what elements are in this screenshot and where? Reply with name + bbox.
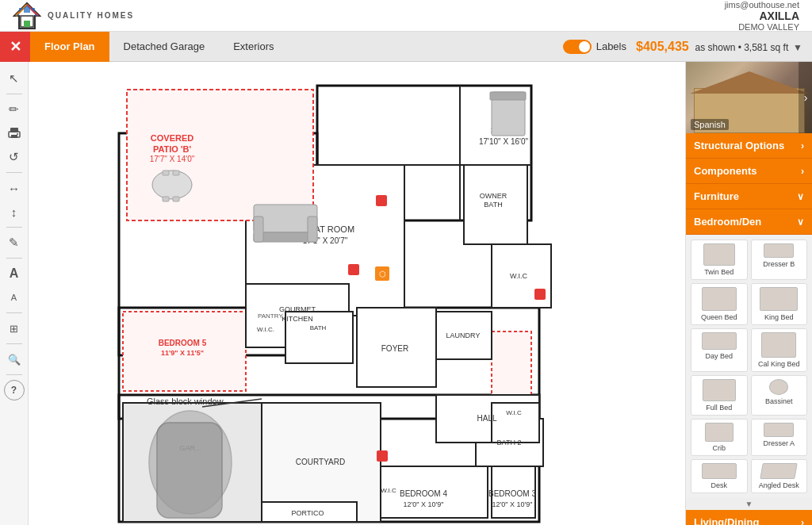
svg-text:COVERED: COVERED xyxy=(151,133,193,143)
svg-text:W.I.C.: W.I.C. xyxy=(257,326,274,333)
labels-label: Labels xyxy=(596,40,626,52)
svg-text:BATH 2: BATH 2 xyxy=(497,439,522,446)
header: QUALITY HOMES jims@outhouse.net AXILLA D… xyxy=(0,0,812,32)
grid-icon[interactable]: ⊞ xyxy=(4,318,25,339)
svg-text:17'10" X 16'0": 17'10" X 16'0" xyxy=(479,137,529,146)
close-button[interactable]: ✕ xyxy=(0,32,30,62)
labels-toggle[interactable] xyxy=(563,40,592,54)
pointer-icon[interactable]: ↖ xyxy=(4,68,25,89)
furniture-full-bed[interactable]: Full Bed xyxy=(691,375,748,416)
crib-shape xyxy=(705,423,733,442)
svg-marker-5 xyxy=(16,5,38,16)
queen-bed-shape xyxy=(702,287,737,311)
furniture-dresser-b[interactable]: Dresser B xyxy=(751,240,808,280)
svg-text:⬡: ⬡ xyxy=(379,270,386,278)
header-right: jims@outhouse.net AXILLA DEMO VALLEY xyxy=(725,0,799,32)
edit-icon[interactable]: ✎ xyxy=(4,232,25,253)
svg-text:17'7" X 14'0": 17'7" X 14'0" xyxy=(150,155,195,163)
price-detail: as shown • 3,581 sq ft xyxy=(695,42,789,53)
twin-bed-shape xyxy=(703,243,735,266)
right-sidebar: Spanish › Structural Options › Component… xyxy=(685,62,812,525)
svg-rect-82 xyxy=(377,450,388,462)
separator xyxy=(6,312,22,313)
separator xyxy=(6,172,22,173)
angled-desk-shape xyxy=(760,463,798,479)
svg-rect-8 xyxy=(11,135,17,138)
furniture-desk[interactable]: Desk xyxy=(691,459,748,493)
svg-text:KITCHEN: KITCHEN xyxy=(282,315,313,323)
full-bed-shape xyxy=(703,379,736,401)
svg-rect-16 xyxy=(492,331,531,395)
pencil-icon[interactable]: ✏ xyxy=(4,99,25,120)
svg-rect-65 xyxy=(490,92,526,100)
preview-chevron-icon[interactable]: › xyxy=(799,62,812,133)
svg-text:W.I.C: W.I.C xyxy=(510,272,527,280)
furniture-twin-bed[interactable]: Twin Bed xyxy=(691,240,748,280)
furniture-grid: Twin Bed Dresser B Queen Bed King Bed Da… xyxy=(686,235,812,498)
svg-text:BEDROOM 4: BEDROOM 4 xyxy=(400,489,447,498)
resize-vertical-icon[interactable]: ↕ xyxy=(4,201,25,222)
svg-text:BATH: BATH xyxy=(484,201,502,209)
furniture-dresser-a[interactable]: Dresser A xyxy=(751,419,808,456)
furniture-chevron-icon: ∨ xyxy=(797,191,804,202)
svg-text:PANTRY: PANTRY xyxy=(258,312,283,320)
price-area[interactable]: $405,435 as shown • 3,581 sq ft ▼ xyxy=(636,40,802,54)
svg-text:HALL: HALL xyxy=(477,414,496,423)
svg-text:OWNER: OWNER xyxy=(480,192,508,200)
svg-text:Glass block window: Glass block window xyxy=(147,397,224,406)
furniture-cal-king-bed[interactable]: Cal King Bed xyxy=(751,328,808,372)
furniture-section[interactable]: Furniture ∨ xyxy=(686,184,812,209)
day-bed-shape xyxy=(702,332,737,350)
scroll-down-indicator[interactable]: ▼ xyxy=(686,498,812,510)
living-dining-section[interactable]: Living/Dining › xyxy=(686,510,812,525)
separator xyxy=(6,94,22,94)
tab-detached-garage[interactable]: Detached Garage xyxy=(109,32,220,62)
text-small-icon[interactable]: A xyxy=(4,287,25,308)
tab-floor-plan[interactable]: Floor Plan xyxy=(30,32,109,62)
floor-plan-area[interactable]: COVERED PATIO 'B' 17'7" X 14'0" SUITE 17… xyxy=(29,62,685,525)
main-area: ↖ ✏ ↺ ↔ ↕ ✎ A A ⊞ 🔍 ? xyxy=(0,62,812,525)
svg-point-9 xyxy=(17,133,18,135)
svg-text:12'0" X 10'9": 12'0" X 10'9" xyxy=(404,500,444,508)
separator xyxy=(6,258,22,259)
house-preview: Spanish › xyxy=(686,62,812,133)
svg-rect-80 xyxy=(348,264,359,275)
structural-options-section[interactable]: Structural Options › xyxy=(686,133,812,159)
furniture-bassinet[interactable]: Bassinet xyxy=(751,375,808,416)
svg-text:LAUNDRY: LAUNDRY xyxy=(446,331,481,339)
resize-horizontal-icon[interactable]: ↔ xyxy=(4,178,25,198)
bassinet-shape xyxy=(769,379,788,395)
furniture-angled-desk[interactable]: Angled Desk xyxy=(751,459,808,493)
furniture-day-bed[interactable]: Day Bed xyxy=(691,328,748,372)
print-icon[interactable] xyxy=(4,123,25,144)
bedroom-den-section[interactable]: Bedroom/Den ∨ xyxy=(686,209,812,235)
user-email: jims@outhouse.net xyxy=(725,0,799,10)
svg-rect-4 xyxy=(24,21,30,27)
svg-text:11'9" X 11'5": 11'9" X 11'5" xyxy=(161,349,204,357)
logo-text: QUALITY HOMES xyxy=(48,11,134,20)
left-sidebar: ↖ ✏ ↺ ↔ ↕ ✎ A A ⊞ 🔍 ? xyxy=(0,62,29,525)
svg-rect-69 xyxy=(308,217,317,242)
labels-toggle-wrap: Labels xyxy=(563,40,626,54)
svg-rect-74 xyxy=(173,197,179,201)
furniture-queen-bed[interactable]: Queen Bed xyxy=(691,283,748,325)
svg-rect-76 xyxy=(157,423,222,518)
components-section[interactable]: Components › xyxy=(686,159,812,184)
king-bed-shape xyxy=(760,287,798,311)
furniture-king-bed[interactable]: King Bed xyxy=(751,283,808,325)
floor-plan-svg: COVERED PATIO 'B' 17'7" X 14'0" SUITE 17… xyxy=(29,62,685,525)
search-icon[interactable]: 🔍 xyxy=(4,349,25,370)
preview-style-label: Spanish xyxy=(691,119,729,130)
svg-text:12'0" X 10'9": 12'0" X 10'9" xyxy=(492,500,533,508)
tab-exteriors[interactable]: Exteriors xyxy=(219,32,288,62)
toolbar-right: Labels $405,435 as shown • 3,581 sq ft ▼ xyxy=(563,40,812,54)
svg-rect-73 xyxy=(163,197,169,201)
text-large-icon[interactable]: A xyxy=(4,263,25,284)
help-icon[interactable]: ? xyxy=(4,380,25,400)
separator xyxy=(6,343,22,344)
furniture-crib[interactable]: Crib xyxy=(691,419,748,456)
undo-icon[interactable]: ↺ xyxy=(4,147,25,167)
svg-text:BEDROOM 3: BEDROOM 3 xyxy=(488,489,536,498)
svg-text:PATIO 'B': PATIO 'B' xyxy=(153,144,192,154)
project-name: AXILLA xyxy=(725,10,799,22)
